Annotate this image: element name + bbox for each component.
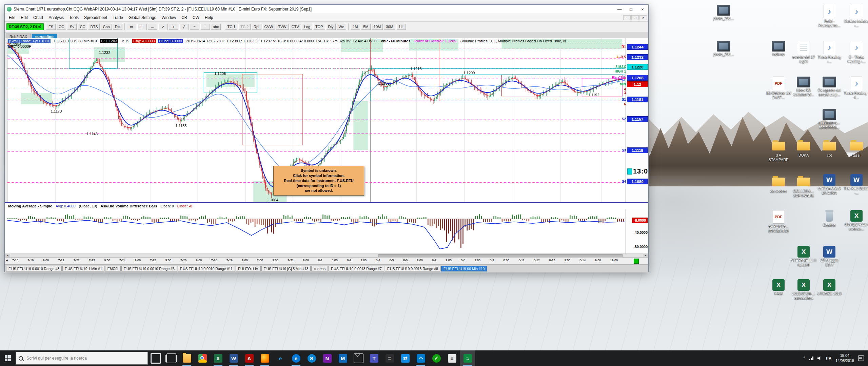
- desktop-icon-da-vedere[interactable]: da vedere: [766, 174, 791, 194]
- subchart-plot[interactable]: [7, 209, 625, 253]
- toolbar-button-fs[interactable]: FS: [46, 24, 56, 30]
- menu-spreadsheet[interactable]: Spreadsheet: [81, 15, 110, 21]
- scrollbar-thumb[interactable]: [378, 254, 623, 257]
- desktop-icon-libro-5g-cellulari-w[interactable]: Libro 5G Cellulari W...: [791, 77, 816, 97]
- toolbar-button-log[interactable]: Log: [302, 24, 312, 30]
- desktop-icon-collega-software[interactable]: COLLEGA... SOFTWARE: [791, 174, 816, 198]
- toolbar-button-we[interactable]: We: [337, 24, 346, 30]
- network-icon[interactable]: [809, 356, 813, 360]
- menu-tools[interactable]: Tools: [66, 15, 81, 21]
- price-scale[interactable]: R11.12444-R.51.12323MAX1.1220HIGH 1Big C…: [626, 38, 648, 202]
- desktop-icon-cestino[interactable]: Cestino: [816, 210, 842, 227]
- menu-file[interactable]: File: [6, 15, 18, 21]
- mdi-restore-icon[interactable]: □: [631, 15, 639, 20]
- drawing-tool-icon-1[interactable]: ⊞: [137, 24, 147, 30]
- desktop-icon-diverg-prezzo-inverse[interactable]: Xdiverg/prezzo-inverse...: [844, 210, 868, 231]
- sierra-chart-window[interactable]: Sierra Chart 1971 eurusdtop.Cht CQG WebA…: [4, 4, 649, 272]
- chart-tab-emoji[interactable]: EMOJI: [105, 266, 121, 271]
- desktop-icon-musica-indiana[interactable]: ♪Musica indiana -...: [844, 5, 868, 27]
- taskbar-icon-file-explorer[interactable]: [179, 350, 195, 366]
- drawing-tool-icon-5[interactable]: ╱: [179, 24, 189, 30]
- action-center-icon[interactable]: [858, 355, 864, 361]
- taskbar-icon-teams[interactable]: T: [366, 350, 382, 366]
- chart-tab-f-us-eeuu19-1-min-1[interactable]: F.US.EEUU19 1 Min #1: [62, 266, 104, 271]
- chart-tab-f-us-eeuu19-c-5-min-13[interactable]: F.US.EEUU19 [C] 5 Min #13: [261, 266, 311, 271]
- drawing-tool-icon-6[interactable]: ~: [190, 24, 199, 30]
- toolbar-button-dis[interactable]: Dis: [113, 24, 122, 30]
- taskbar-icon-calculator[interactable]: =: [382, 350, 397, 366]
- drawing-tool-icon-4[interactable]: +: [169, 24, 178, 30]
- menu-cw[interactable]: CW: [190, 15, 202, 21]
- taskbar-icon-excel[interactable]: X: [210, 350, 226, 366]
- taskbar-icon-notepad[interactable]: ≡: [444, 350, 460, 366]
- desktop-icon-0-theta-healing[interactable]: ♪0 - Theta Healing -...: [844, 41, 868, 63]
- desktop-icon-photo-201[interactable]: photo_201...: [711, 41, 736, 57]
- toolbar-button-abc[interactable]: abc: [211, 24, 221, 30]
- desktop-icon-cot[interactable]: cot: [816, 138, 842, 158]
- timeframe-button-30m[interactable]: 30M: [384, 24, 395, 30]
- desktop-icon-musicotera-theta-heali[interactable]: musicotera... theta heali...: [816, 109, 842, 129]
- chart-tab-f-us-eeuu19-0-0010-range-6[interactable]: F.US.EEUU19 0.0010 Range #6: [121, 266, 177, 271]
- taskbar-icon-vscode[interactable]: <>: [413, 350, 429, 366]
- taskbar-icon-teamviewer[interactable]: ⇄: [397, 350, 413, 366]
- toolbar-button-rpl[interactable]: Rpl: [252, 24, 261, 30]
- desktop-icon-2019-07-24-eurodollaro[interactable]: X2019.07.24-... eurodollaro: [791, 279, 816, 300]
- toolbar-button-dly[interactable]: Dly: [326, 24, 336, 30]
- taskbar-icon-onenote[interactable]: N: [319, 350, 335, 366]
- menu-trade[interactable]: Trade: [110, 15, 126, 21]
- taskbar-icon-task-view[interactable]: [163, 350, 179, 366]
- chart-tab-f-us-eeuu19-0-0013-range-7[interactable]: F.US.EEUU19 0.0013 Range #7: [329, 266, 384, 271]
- taskbar-icon-firefox[interactable]: [257, 350, 273, 366]
- time-axis-left-arrow-icon[interactable]: ◀: [6, 259, 8, 262]
- desktop-icon-indiano[interactable]: indiano: [766, 41, 791, 57]
- toolbar-button-tvw[interactable]: TVW: [276, 24, 288, 30]
- taskbar-icon-word[interactable]: W: [226, 350, 241, 366]
- symbol-warning-tooltip[interactable]: Symbol is unknown.Click for symbol infor…: [273, 166, 364, 196]
- close-button[interactable]: ×: [637, 5, 648, 14]
- time-axis[interactable]: ◀ 7-187-199:007-217-227-239:007-249:007-…: [5, 257, 648, 264]
- desktop-icon-reiki-pranayama[interactable]: ♪Reiki - Pranayama...: [816, 5, 842, 27]
- toolbar-button-tc-2[interactable]: TC 2: [238, 24, 251, 30]
- volume-icon[interactable]: [817, 356, 822, 361]
- desktop-icon-stefanelli-il-rumore[interactable]: XSTEFANELLI Il rumore: [791, 246, 816, 267]
- toolbar-button-ctv[interactable]: CTV: [290, 24, 301, 30]
- desktop-icon-theta-healing[interactable]: ♪Theta Healing -...: [816, 41, 842, 63]
- chart-tab-f-us-eeuu19-0-0010-range-3[interactable]: F.US.EEUU19 0.0010 Range #3: [6, 266, 62, 271]
- chart-tab-f-us-eeuu19-60-min-10[interactable]: F.US.EEUU19 60 Min #10: [441, 266, 487, 271]
- drawing-tool-icon-3[interactable]: ↗: [158, 24, 168, 30]
- taskbar-icon-sierra-chart[interactable]: ≈: [460, 350, 475, 366]
- timeframe-button-5m[interactable]: 5M: [361, 24, 371, 30]
- taskbar-icon-defender[interactable]: ✓: [429, 350, 444, 366]
- menu-help[interactable]: Help: [202, 15, 216, 21]
- desktop-icon-evento-del-17-luglio[interactable]: evento del 17 luglio: [791, 41, 816, 63]
- search-input[interactable]: [26, 355, 145, 361]
- toolbar-button-oc[interactable]: OC: [57, 24, 66, 30]
- taskbar-icon-edge[interactable]: e: [288, 350, 304, 366]
- menu-analysis[interactable]: Analysis: [46, 15, 66, 21]
- drawing-tool-icon-2[interactable]: ↔: [148, 24, 157, 30]
- toolbar-button-con[interactable]: Con: [101, 24, 112, 30]
- chart-tab-f-us-eeuu19-0-0010-range-11[interactable]: F.US.EEUU19 0.0010 Range #11: [178, 266, 235, 271]
- desktop-icon-d-a-stampare[interactable]: d A STAMPARE: [766, 138, 791, 162]
- subchart-body[interactable]: -8.0000-40.0000-80.0000: [5, 209, 648, 253]
- chart-tab-cuartas[interactable]: cuartas: [311, 266, 328, 271]
- taskbar-icon-internet-explorer[interactable]: e: [273, 350, 288, 366]
- timeframe-button-1h[interactable]: 1H: [396, 24, 406, 30]
- desktop-icon-appunta-ranzato[interactable]: PDFAPPUNTA... (RANZATO): [766, 210, 791, 233]
- taskbar-icon-chrome[interactable]: [195, 350, 210, 366]
- toolbar-button-sv[interactable]: Sv: [67, 24, 77, 30]
- taskbar-search[interactable]: [16, 352, 148, 365]
- drawing-tool-icon-0[interactable]: ▭: [127, 24, 136, 30]
- taskbar-icon-mail[interactable]: [351, 350, 366, 366]
- toolbar-button-top[interactable]: TOP: [313, 24, 325, 30]
- desktop-icon-theta-healing-4[interactable]: ♪Theta Healing - 4...: [844, 77, 868, 99]
- start-button[interactable]: [0, 350, 16, 366]
- drawing-tool-icon-7[interactable]: ·: [200, 24, 210, 30]
- titlebar[interactable]: Sierra Chart 1971 eurusdtop.Cht CQG WebA…: [5, 5, 648, 14]
- taskbar-icon-acrobat[interactable]: A: [241, 350, 257, 366]
- timeframe-button-10m[interactable]: 10M: [372, 24, 383, 30]
- desktop-icon-ex-agente-dei-servizi-segr[interactable]: Ex agente dei servizi segr...: [816, 77, 842, 97]
- main-chart-pane[interactable]: 1.12541.11731.12321.11461.11551.12051.10…: [5, 38, 648, 202]
- taskbar-icon-skype[interactable]: S: [304, 350, 319, 366]
- horizontal-scrollbar[interactable]: ◀ ▶: [5, 253, 648, 257]
